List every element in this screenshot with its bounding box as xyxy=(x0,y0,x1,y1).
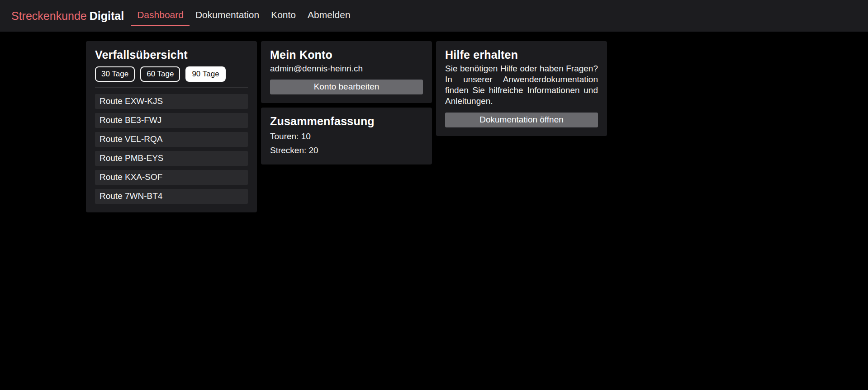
nav-link-abmelden[interactable]: Abmelden xyxy=(302,6,356,26)
column-expiry: Verfallsübersicht 30 Tage 60 Tage 90 Tag… xyxy=(86,41,257,212)
account-email: admin@dennis-heinri.ch xyxy=(270,64,423,74)
column-help: Hilfe erhalten Sie benötigen Hilfe oder … xyxy=(436,41,607,136)
expiry-filter-group: 30 Tage 60 Tage 90 Tage xyxy=(95,66,248,82)
open-documentation-button[interactable]: Dokumentation öffnen xyxy=(445,113,598,127)
edit-account-button[interactable]: Konto bearbeiten xyxy=(270,80,423,94)
expiry-overview-card: Verfallsübersicht 30 Tage 60 Tage 90 Tag… xyxy=(86,41,257,212)
help-description: Sie benötigen Hilfe oder haben Fragen? I… xyxy=(445,63,598,107)
help-card-title: Hilfe erhalten xyxy=(445,48,598,61)
expiry-divider xyxy=(95,88,248,88)
main-navigation: Dashboard Dokumentation Konto Abmelden xyxy=(131,6,356,26)
route-list-item[interactable]: Route VEL-RQA xyxy=(95,132,248,147)
nav-link-konto[interactable]: Konto xyxy=(265,6,302,26)
nav-link-dashboard[interactable]: Dashboard xyxy=(131,6,190,26)
brand-secondary-text: Digital xyxy=(90,9,124,22)
filter-button-90-tage[interactable]: 90 Tage xyxy=(185,66,225,82)
brand-primary-text: Streckenkunde xyxy=(11,9,87,22)
app-brand[interactable]: StreckenkundeDigital xyxy=(11,9,124,23)
summary-card: Zusammenfassung Touren: 10 Strecken: 20 xyxy=(261,108,432,164)
nav-link-dokumentation[interactable]: Dokumentation xyxy=(190,6,265,26)
route-list-item[interactable]: Route 7WN-BT4 xyxy=(95,189,248,204)
dashboard-content: Verfallsübersicht 30 Tage 60 Tage 90 Tag… xyxy=(0,32,868,212)
route-list-item[interactable]: Route KXA-SOF xyxy=(95,170,248,185)
expiry-card-title: Verfallsübersicht xyxy=(95,48,248,61)
filter-button-30-tage[interactable]: 30 Tage xyxy=(95,66,135,82)
filter-button-60-tage[interactable]: 60 Tage xyxy=(140,66,180,82)
summary-routes-count: Strecken: 20 xyxy=(270,145,423,156)
route-list-item[interactable]: Route PMB-EYS xyxy=(95,151,248,166)
column-account-summary: Mein Konto admin@dennis-heinri.ch Konto … xyxy=(261,41,432,164)
route-list-item[interactable]: Route BE3-FWJ xyxy=(95,113,248,128)
top-navbar: StreckenkundeDigital Dashboard Dokumenta… xyxy=(0,0,868,32)
summary-tours-count: Touren: 10 xyxy=(270,131,423,142)
account-card: Mein Konto admin@dennis-heinri.ch Konto … xyxy=(261,41,432,103)
route-list-item[interactable]: Route EXW-KJS xyxy=(95,94,248,109)
account-card-title: Mein Konto xyxy=(270,48,423,61)
route-list: Route EXW-KJS Route BE3-FWJ Route VEL-RQ… xyxy=(95,94,248,204)
help-card: Hilfe erhalten Sie benötigen Hilfe oder … xyxy=(436,41,607,136)
summary-card-title: Zusammenfassung xyxy=(270,115,423,128)
